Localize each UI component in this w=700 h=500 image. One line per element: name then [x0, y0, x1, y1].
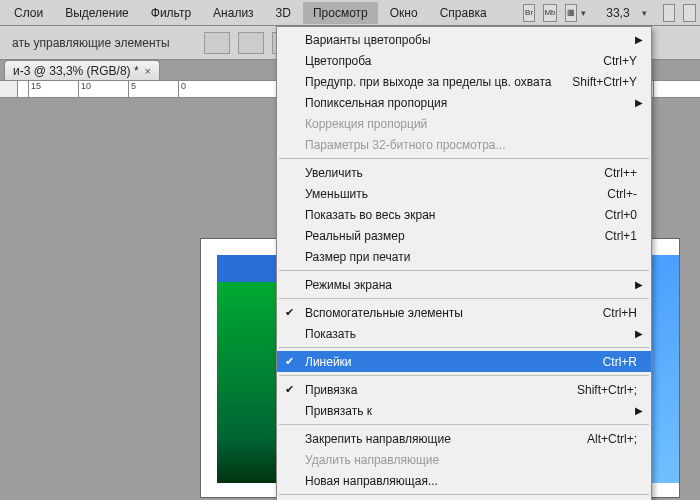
close-icon[interactable]: ×: [145, 65, 151, 77]
menu-item-label: Варианты цветопробы: [305, 33, 637, 47]
ruler-corner: [0, 81, 18, 97]
menu-item[interactable]: Варианты цветопробы▶: [277, 29, 651, 50]
menu-item-shortcut: Ctrl+0: [605, 208, 637, 222]
menu-item-label: Коррекция пропорций: [305, 117, 637, 131]
menu-item-label: Цветопроба: [305, 54, 603, 68]
image-content-left: [217, 255, 279, 483]
menu-item-label: Предупр. при выходе за пределы цв. охват…: [305, 75, 572, 89]
ruler-mark: 10: [78, 81, 91, 97]
menu-item: Удалить направляющие: [277, 449, 651, 470]
zoom-level[interactable]: 33,3: [598, 4, 637, 22]
menu-view[interactable]: Просмотр: [303, 2, 378, 24]
menu-item: Коррекция пропорций: [277, 113, 651, 134]
menu-layers[interactable]: Слои: [4, 2, 53, 24]
menu-select[interactable]: Выделение: [55, 2, 139, 24]
submenu-arrow-icon: ▶: [635, 405, 643, 416]
document-tab[interactable]: и-3 @ 33,3% (RGB/8) * ×: [4, 60, 160, 80]
submenu-arrow-icon: ▶: [635, 97, 643, 108]
align-button-1[interactable]: [204, 32, 230, 54]
menu-help[interactable]: Справка: [430, 2, 497, 24]
menu-item[interactable]: Показать▶: [277, 323, 651, 344]
menu-item[interactable]: Закрепить направляющиеAlt+Ctrl+;: [277, 428, 651, 449]
align-button-2[interactable]: [238, 32, 264, 54]
ruler-mark: 5: [128, 81, 136, 97]
menu-item[interactable]: Показать во весь экранCtrl+0: [277, 204, 651, 225]
menu-item-label: Уменьшить: [305, 187, 607, 201]
check-icon: ✔: [285, 306, 294, 319]
menu-item-shortcut: Ctrl++: [604, 166, 637, 180]
menu-item-shortcut: Ctrl+-: [607, 187, 637, 201]
menu-item-label: Привязка: [305, 383, 577, 397]
screen-mode-icon[interactable]: [663, 4, 676, 22]
menu-item-label: Параметры 32-битного просмотра...: [305, 138, 637, 152]
menu-item[interactable]: Новая направляющая...: [277, 470, 651, 491]
menu-item-label: Новая направляющая...: [305, 474, 637, 488]
menu-item[interactable]: Режимы экрана▶: [277, 274, 651, 295]
menu-analysis[interactable]: Анализ: [203, 2, 264, 24]
options-label: ать управляющие элементы: [6, 36, 176, 50]
menu-item-label: Линейки: [305, 355, 603, 369]
menu-item-shortcut: Alt+Ctrl+;: [587, 432, 637, 446]
menu-item-label: Показать: [305, 327, 637, 341]
menu-item[interactable]: Привязать к▶: [277, 400, 651, 421]
menu-item[interactable]: Предупр. при выходе за пределы цв. охват…: [277, 71, 651, 92]
menu-item-label: Вспомогательные элементы: [305, 306, 603, 320]
view-menu-dropdown: Варианты цветопробы▶ЦветопробаCtrl+YПред…: [276, 26, 652, 500]
menu-item[interactable]: Попиксельная пропорция▶: [277, 92, 651, 113]
check-icon: ✔: [285, 383, 294, 396]
chevron-down-icon[interactable]: ▾: [642, 8, 647, 18]
menu-item-label: Увеличить: [305, 166, 604, 180]
menu-item-label: Привязать к: [305, 404, 637, 418]
menu-item-label: Попиксельная пропорция: [305, 96, 637, 110]
menu-item-label: Удалить направляющие: [305, 453, 637, 467]
chevron-down-icon[interactable]: ▾: [581, 8, 586, 18]
menu-item-shortcut: Shift+Ctrl+Y: [572, 75, 637, 89]
menu-3d[interactable]: 3D: [266, 2, 301, 24]
screen-mode-icon-2[interactable]: [683, 4, 696, 22]
menu-item[interactable]: ✔ЛинейкиCtrl+R: [277, 351, 651, 372]
menu-item-label: Режимы экрана: [305, 278, 637, 292]
menubar: Слои Выделение Фильтр Анализ 3D Просмотр…: [0, 0, 700, 26]
ruler-mark: 0: [178, 81, 186, 97]
submenu-arrow-icon: ▶: [635, 328, 643, 339]
menu-item[interactable]: УвеличитьCtrl++: [277, 162, 651, 183]
ruler-mark: 15: [28, 81, 41, 97]
bridge-icon[interactable]: Br: [523, 4, 536, 22]
menu-item[interactable]: Реальный размерCtrl+1: [277, 225, 651, 246]
menu-item-shortcut: Ctrl+R: [603, 355, 637, 369]
menu-item-label: Закрепить направляющие: [305, 432, 587, 446]
menu-item-label: Реальный размер: [305, 229, 605, 243]
menu-item-shortcut: Ctrl+Y: [603, 54, 637, 68]
menu-item-label: Размер при печати: [305, 250, 637, 264]
menu-item-shortcut: Ctrl+H: [603, 306, 637, 320]
menu-item[interactable]: ЦветопробаCtrl+Y: [277, 50, 651, 71]
menu-window[interactable]: Окно: [380, 2, 428, 24]
menu-filter[interactable]: Фильтр: [141, 2, 201, 24]
menu-item: Параметры 32-битного просмотра...: [277, 134, 651, 155]
menu-item-shortcut: Shift+Ctrl+;: [577, 383, 637, 397]
submenu-arrow-icon: ▶: [635, 34, 643, 45]
grid-icon[interactable]: ▦: [565, 4, 578, 22]
submenu-arrow-icon: ▶: [635, 279, 643, 290]
menu-item-shortcut: Ctrl+1: [605, 229, 637, 243]
menu-item[interactable]: Размер при печати: [277, 246, 651, 267]
document-tab-title: и-3 @ 33,3% (RGB/8) *: [13, 64, 139, 78]
menu-item[interactable]: ✔ПривязкаShift+Ctrl+;: [277, 379, 651, 400]
ruler-mark: [653, 81, 656, 97]
menu-item[interactable]: УменьшитьCtrl+-: [277, 183, 651, 204]
minibridge-icon[interactable]: Mb: [543, 4, 556, 22]
menu-item[interactable]: ✔Вспомогательные элементыCtrl+H: [277, 302, 651, 323]
check-icon: ✔: [285, 355, 294, 368]
menu-item-label: Показать во весь экран: [305, 208, 605, 222]
